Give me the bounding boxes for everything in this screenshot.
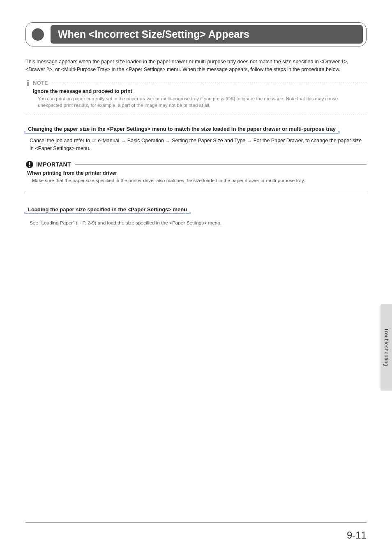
dashed-divider: [52, 83, 367, 83]
solid-divider: [25, 193, 367, 193]
svg-point-0: [27, 79, 29, 81]
section-1: Changing the paper size in the <Paper Se…: [25, 124, 367, 153]
chapter-side-tab: Troubleshooting: [380, 304, 392, 391]
svg-point-4: [29, 166, 30, 167]
section-heading: Loading the paper size specified in the …: [25, 206, 189, 214]
svg-rect-3: [29, 162, 30, 165]
manual-page: When <Incorrect Size/Setting> Appears Th…: [0, 0, 392, 555]
arrow-icon: →: [247, 137, 252, 145]
intro-paragraph: This message appears when the paper size…: [25, 58, 367, 74]
page-title-frame: When <Incorrect Size/Setting> Appears: [25, 22, 367, 46]
section-body: Cancel the job and refer to ☞ e-Manual →…: [30, 137, 362, 153]
important-icon: [25, 160, 34, 169]
section-2: Loading the paper size specified in the …: [25, 205, 367, 226]
svg-rect-1: [27, 82, 29, 86]
important-body: Make sure that the paper size specified …: [32, 177, 362, 184]
solid-divider: [75, 164, 367, 164]
page-title: When <Incorrect Size/Setting> Appears: [51, 25, 363, 44]
important-subheading: When printing from the printer driver: [27, 170, 367, 176]
section-heading: Changing the paper size in the <Paper Se…: [25, 126, 338, 134]
note-icon: [25, 79, 30, 87]
section-body: See "Loading Paper" (→P. 2-9) and load t…: [30, 220, 362, 226]
page-number: 9-11: [347, 530, 367, 541]
footer-divider: [25, 523, 367, 523]
dashed-divider: [25, 115, 367, 115]
breadcrumb-step: Setting the Paper Size and Type: [172, 138, 245, 143]
breadcrumb-step: Basic Operation: [127, 138, 164, 143]
bullet-icon: [32, 28, 44, 41]
reference-link: ☞ e-Manual: [92, 138, 120, 143]
note-subheading: Ignore the message and proceed to print: [33, 88, 367, 94]
page-title-container: When <Incorrect Size/Setting> Appears: [25, 22, 367, 46]
note-body: You can print on paper currently set in …: [38, 95, 362, 109]
important-header-row: IMPORTANT: [25, 160, 367, 169]
note-label: NOTE: [33, 80, 48, 86]
arrow-icon: →: [165, 137, 171, 145]
note-header-row: NOTE: [25, 79, 367, 87]
side-tab-label: Troubleshooting: [383, 328, 389, 366]
arrow-icon: →: [121, 137, 126, 145]
text-fragment: Cancel the job and refer to: [30, 138, 92, 143]
breadcrumb-step: For the Paper Drawer: [254, 138, 303, 143]
important-label: IMPORTANT: [36, 161, 71, 168]
